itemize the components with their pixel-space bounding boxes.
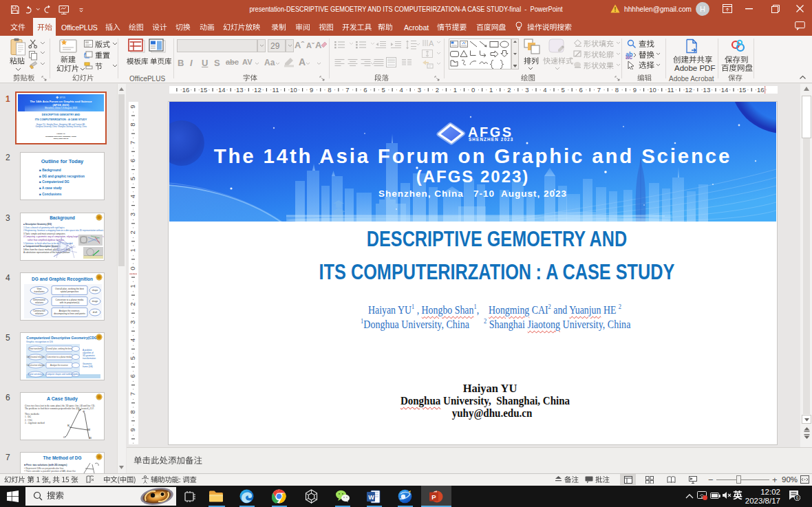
svg-text:2: 2 [436, 86, 439, 94]
svg-text:C: C [63, 435, 65, 439]
svg-text:12: 12 [685, 86, 692, 94]
svg-text:3: 3 [417, 86, 420, 94]
svg-text:6: 6 [363, 86, 367, 94]
svg-text:13: 13 [703, 86, 710, 94]
svg-text:15: 15 [200, 86, 208, 94]
svg-text:6: 6 [129, 374, 136, 378]
svg-text:6: 6 [129, 159, 136, 162]
svg-text:2: 2 [129, 303, 136, 306]
svg-text:W: W [368, 494, 374, 501]
svg-text:9: 9 [310, 86, 313, 94]
svg-text:16: 16 [757, 86, 765, 94]
svg-text:View transforms: View transforms [29, 347, 43, 350]
svg-text:Concretize to a planar media: Concretize to a planar media [47, 356, 72, 358]
svg-text:5: 5 [381, 86, 385, 94]
svg-text:2: 2 [129, 230, 136, 234]
svg-text:transforms: transforms [34, 290, 44, 293]
svg-text:Dimensional relations: Dimensional relations [27, 356, 45, 358]
svg-text:3: 3 [525, 86, 528, 94]
svg-text:6: 6 [796, 495, 799, 500]
svg-text:4: 4 [129, 338, 136, 342]
svg-text:ac: ac [626, 54, 632, 59]
svg-text:4: 4 [543, 86, 546, 94]
svg-text:5: 5 [561, 86, 564, 94]
svg-text:10: 10 [290, 86, 297, 94]
svg-text:14: 14 [721, 86, 729, 94]
svg-text:with its proportion(s): with its proportion(s) [60, 301, 80, 304]
svg-text:K: K [67, 424, 70, 427]
svg-text:8: 8 [615, 86, 619, 94]
svg-text:15: 15 [739, 86, 747, 94]
svg-text:5: 5 [129, 177, 136, 180]
svg-text:B: B [89, 436, 92, 440]
svg-text:11: 11 [272, 86, 279, 94]
svg-text:2: 2 [507, 86, 511, 94]
svg-text:7: 7 [129, 392, 136, 396]
svg-text:image: image [92, 300, 98, 303]
svg-text:4: 4 [129, 195, 136, 198]
svg-text:draft: draft [93, 311, 97, 314]
svg-text:9: 9 [633, 86, 637, 94]
svg-text:8: 8 [129, 410, 136, 413]
svg-text:M: M [87, 428, 90, 431]
svg-text:8: 8 [328, 86, 331, 94]
svg-text:6: 6 [579, 86, 582, 94]
svg-text:relations: relations [35, 301, 43, 304]
svg-text:3: 3 [129, 213, 136, 216]
svg-text:shape: shape [92, 289, 98, 292]
svg-text:5: 5 [129, 356, 136, 360]
svg-text:Analyze the essence: Analyze the essence [50, 364, 68, 367]
svg-text:13: 13 [236, 86, 244, 94]
svg-text:1: 1 [129, 284, 136, 288]
svg-text:0: 0 [129, 266, 136, 270]
svg-text:Constructive relations: Constructive relations [27, 364, 45, 367]
svg-text:11: 11 [667, 86, 674, 94]
svg-text:9: 9 [129, 428, 136, 431]
svg-text:A: A [83, 409, 85, 413]
svg-text:Computer shapes and number: Computer shapes and number [46, 373, 72, 376]
svg-text:12: 12 [254, 86, 261, 94]
svg-text:7: 7 [597, 86, 600, 94]
svg-text:Overall plan, seeking the best: Overall plan, seeking the best [47, 347, 72, 350]
svg-text:A: A [429, 39, 434, 47]
svg-text:7: 7 [129, 141, 136, 144]
svg-text:7: 7 [345, 86, 349, 94]
svg-text:8: 8 [129, 123, 136, 127]
svg-text:transformation: transformation [83, 357, 96, 360]
svg-text:decomposing to lines and point: decomposing to lines and points [54, 312, 85, 315]
svg-text:Digital calculations: Digital calculations [28, 373, 44, 376]
svg-text:SHENZHEN 2023: SHENZHEN 2023 [469, 137, 513, 142]
svg-text:frame (DB): frame (DB) [83, 365, 93, 368]
svg-text:10: 10 [649, 86, 656, 94]
svg-text:16: 16 [182, 86, 190, 94]
svg-text:spatial perspective: spatial perspective [61, 290, 79, 293]
svg-text:algebra: algebra [72, 373, 79, 376]
svg-text:14: 14 [218, 86, 226, 94]
svg-text:9: 9 [129, 105, 136, 108]
svg-text:1: 1 [489, 86, 493, 94]
svg-text:4: 4 [399, 86, 403, 94]
svg-text:3: 3 [129, 321, 136, 324]
svg-text:1: 1 [129, 248, 136, 252]
svg-text:0: 0 [471, 86, 475, 94]
svg-text:P: P [431, 493, 436, 501]
svg-text:1: 1 [453, 86, 457, 94]
svg-text:relations: relations [35, 312, 43, 315]
